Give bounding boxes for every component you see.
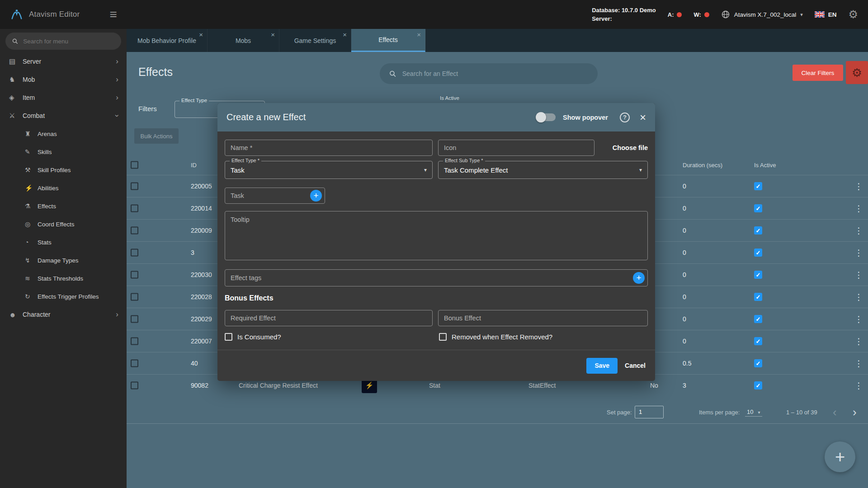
bonus-effects-heading: Bonus Effects	[225, 294, 648, 302]
required-effect-input[interactable]	[225, 310, 433, 326]
removed-when-effect-removed-checkbox[interactable]: Removed when Effect Removed?	[439, 333, 552, 341]
row-checkbox[interactable]	[131, 293, 138, 301]
sidebar-item-abilities[interactable]: ⚡Abilities	[0, 179, 127, 197]
icon-input[interactable]	[438, 140, 594, 156]
row-checkbox[interactable]	[131, 183, 138, 190]
sidebar-item-coord-effects[interactable]: ◎Coord Effects	[0, 215, 127, 233]
effect-sub-type-select[interactable]: Effect Sub Type * Task Complete Effect ▾	[438, 161, 648, 179]
row-checkbox[interactable]	[131, 271, 138, 279]
close-modal-icon[interactable]: ×	[640, 112, 646, 123]
table-settings-button[interactable]: ⚙	[846, 61, 868, 84]
row-menu-icon[interactable]: ⋮	[854, 225, 863, 236]
row-checkbox[interactable]	[131, 382, 138, 389]
sidebar-item-item[interactable]: ◈Item›	[0, 89, 127, 107]
tab-effects[interactable]: Effects×	[351, 29, 425, 52]
row-checkbox[interactable]	[131, 249, 138, 257]
stats-thresholds-icon: ≋	[25, 275, 38, 282]
sidebar-item-mob[interactable]: ♞Mob›	[0, 70, 127, 89]
add-effect-fab[interactable]: +	[825, 441, 855, 472]
items-per-page-select[interactable]: 10▾	[745, 408, 762, 417]
add-tag-button[interactable]: +	[633, 272, 645, 284]
row-checkbox[interactable]	[131, 205, 138, 212]
sidebar-item-effects-trigger-profiles[interactable]: ↻Effects Trigger Profiles	[0, 287, 127, 305]
chevron-down-icon: ›	[113, 114, 122, 117]
effects-trigger-profiles-icon: ↻	[25, 293, 38, 300]
is-active-checkbox[interactable]: ✓	[754, 226, 762, 235]
next-page-icon[interactable]: ›	[853, 405, 857, 419]
row-menu-icon[interactable]: ⋮	[854, 358, 863, 369]
cell-id: 220028	[191, 293, 212, 300]
choose-file-button[interactable]: Choose file	[613, 140, 648, 156]
sidebar-search-input[interactable]	[23, 38, 115, 45]
show-popover-toggle[interactable]	[537, 113, 556, 121]
effect-search-input[interactable]	[402, 70, 589, 77]
is-active-checkbox[interactable]: ✓	[754, 271, 762, 279]
save-button[interactable]: Save	[586, 358, 618, 374]
effect-search[interactable]	[380, 63, 598, 84]
row-menu-icon[interactable]: ⋮	[854, 314, 863, 324]
tab-mob-behavior-profile[interactable]: Mob Behavior Profile×	[127, 29, 208, 52]
sidebar-item-skill-profiles[interactable]: ⚒Skill Profiles	[0, 161, 127, 179]
row-checkbox[interactable]	[131, 360, 138, 367]
row-checkbox[interactable]	[131, 315, 138, 323]
previous-page-icon[interactable]: ‹	[833, 405, 837, 419]
clear-filters-button[interactable]: Clear Filters	[793, 65, 843, 81]
sidebar-item-arenas[interactable]: ♜Arenas	[0, 125, 127, 143]
tab-game-settings[interactable]: Game Settings×	[279, 29, 351, 52]
tooltip-textarea[interactable]	[225, 211, 648, 260]
sidebar-item-combat[interactable]: ⚔Combat›	[0, 107, 127, 125]
close-tab-icon[interactable]: ×	[343, 31, 347, 38]
is-active-checkbox[interactable]: ✓	[754, 204, 762, 212]
world-selector[interactable]: Atavism X.7_002_local ▾	[721, 10, 803, 19]
is-active-checkbox[interactable]: ✓	[754, 249, 762, 257]
is-active-checkbox[interactable]: ✓	[754, 182, 762, 190]
language-selector[interactable]: EN	[815, 11, 837, 18]
filters-label: Filters	[138, 105, 157, 113]
row-menu-icon[interactable]: ⋮	[854, 292, 863, 302]
bulk-actions-button[interactable]: Bulk Actions	[134, 128, 179, 144]
effect-type-select[interactable]: Effect Type * Task ▾	[225, 161, 433, 179]
set-page-input[interactable]	[635, 406, 664, 418]
is-consumed-checkbox[interactable]: Is Consumed?	[225, 333, 439, 341]
is-active-checkbox[interactable]: ✓	[754, 381, 762, 389]
sidebar-item-skills[interactable]: ✎Skills	[0, 143, 127, 161]
row-menu-icon[interactable]: ⋮	[854, 181, 863, 192]
sidebar-item-effects[interactable]: ⚗Effects	[0, 197, 127, 215]
is-active-checkbox[interactable]: ✓	[754, 293, 762, 301]
sidebar-item-damage-types[interactable]: ↯Damage Types	[0, 251, 127, 269]
sidebar-search[interactable]	[5, 33, 121, 50]
row-menu-icon[interactable]: ⋮	[854, 248, 863, 258]
toggle-knob	[536, 112, 546, 122]
sidebar-item-stats[interactable]: ◔Stats	[0, 233, 127, 251]
column-header-duration: Duration (secs)	[683, 162, 722, 169]
effect-tags-input[interactable]	[225, 269, 648, 286]
bonus-effect-input[interactable]	[438, 310, 648, 326]
row-checkbox[interactable]	[131, 227, 138, 235]
menu-toggle-icon[interactable]: ≡	[109, 8, 117, 21]
chevron-right-icon: ›	[116, 57, 118, 66]
row-menu-icon[interactable]: ⋮	[854, 203, 863, 214]
settings-gear-icon[interactable]: ⚙	[848, 9, 858, 20]
is-active-checkbox[interactable]: ✓	[754, 359, 762, 367]
tab-mobs[interactable]: Mobs×	[208, 29, 279, 52]
is-active-checkbox[interactable]: ✓	[754, 337, 762, 345]
row-menu-icon[interactable]: ⋮	[854, 270, 863, 280]
modal-header: Create a new Effect Show popover ? ×	[217, 103, 655, 131]
help-icon[interactable]: ?	[620, 113, 630, 122]
row-menu-icon[interactable]: ⋮	[854, 380, 863, 391]
is-active-checkbox[interactable]: ✓	[754, 315, 762, 323]
row-checkbox[interactable]	[131, 338, 138, 345]
close-tab-icon[interactable]: ×	[199, 31, 203, 38]
close-tab-icon[interactable]: ×	[417, 31, 421, 38]
sidebar-item-character[interactable]: ☻Character›	[0, 305, 127, 324]
name-input[interactable]	[225, 140, 433, 156]
close-tab-icon[interactable]: ×	[271, 31, 275, 38]
row-menu-icon[interactable]: ⋮	[854, 336, 863, 347]
sidebar-item-stats-thresholds[interactable]: ≋Stats Thresholds	[0, 269, 127, 287]
cell-id: 220029	[191, 315, 212, 323]
select-all-checkbox[interactable]	[131, 161, 138, 169]
cancel-button[interactable]: Cancel	[625, 362, 646, 369]
sidebar-item-server[interactable]: ▤Server›	[0, 52, 127, 70]
add-task-button[interactable]: +	[310, 190, 322, 202]
check-icon: ✓	[756, 227, 761, 234]
